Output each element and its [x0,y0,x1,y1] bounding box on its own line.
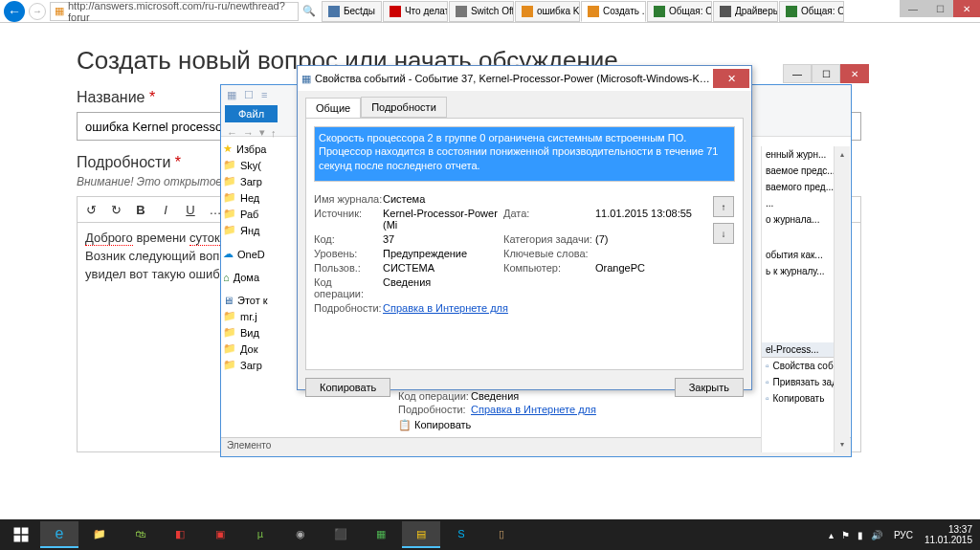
sidebar-item[interactable]: 📁Янд [223,222,284,238]
nav-up-icon[interactable]: ↑ [271,127,277,139]
close-button[interactable]: ✕ [953,0,980,17]
editor-text: суток [189,231,220,246]
back-button[interactable]: ← [4,1,25,22]
task-app5[interactable]: ▯ [482,521,521,548]
ev-close-button[interactable]: ✕ [840,64,869,83]
forward-button[interactable]: → [29,3,46,20]
dialog-titlebar[interactable]: ▦ Свойства событий - Событие 37, Kernel-… [298,66,751,91]
help-link[interactable]: Справка в Интернете для [471,404,596,415]
scrollbar[interactable]: ▴ ▾ [834,146,850,452]
event-message[interactable]: Скорость процессора 2 в группе 0 огранич… [314,126,735,182]
tray-time[interactable]: 13:37 [924,524,972,535]
svg-rect-0 [14,528,21,535]
tab-general[interactable]: Общие [305,98,361,119]
keywords-label: Ключевые слова: [503,248,595,259]
browser-tab[interactable]: Создать ...✕ [581,1,646,22]
browser-tab[interactable]: Что делать ... [383,1,448,22]
bold-button[interactable]: B [129,199,152,220]
task-steam[interactable]: ◉ [281,521,320,548]
tab-details[interactable]: Подробности [361,97,447,118]
scroll-down-icon[interactable]: ▾ [835,436,850,452]
url-field[interactable]: ▦ http://answers.microsoft.com/ru-ru/new… [50,2,299,21]
svg-rect-3 [22,536,29,542]
task-ie[interactable]: e [40,521,78,548]
browser-tab[interactable]: Бесtды [322,1,382,22]
tray-volume-icon[interactable]: 🔊 [871,530,882,540]
task-event-viewer[interactable]: ▤ [402,521,440,548]
browser-tabs: БесtдыЧто делать ...Switch Off с...ошибк… [322,1,844,22]
svg-rect-2 [14,536,21,542]
task-app1[interactable]: ◧ [161,521,199,548]
explorer-statusbar: Элементо [221,437,851,456]
sidebar-favorites[interactable]: Избра [236,143,266,155]
level-label: Уровень: [314,248,383,259]
sidebar-item[interactable]: 📁Раб [223,206,284,222]
category-label: Категория задачи: [503,233,595,245]
tray-date[interactable]: 11.01.2015 [924,535,972,545]
event-viewer-controls: — ☐ ✕ [783,64,977,83]
copy-button[interactable]: Копировать [305,378,390,397]
dialog-tabs: Общие Подробности [305,97,744,118]
source-value: Kernel-Processor-Power (Mi [383,208,503,231]
redo-button[interactable]: ↻ [104,199,127,220]
start-button[interactable] [4,521,38,548]
close-dialog-button[interactable]: Закрыть [675,378,744,397]
maximize-button[interactable]: ☐ [926,0,953,17]
details-label-dlg: Подробности: [314,302,383,314]
search-icon[interactable]: 🔍 [302,5,316,17]
sidebar-item[interactable]: 📁Загр [223,173,284,189]
undo-button[interactable]: ↺ [79,199,102,220]
underline-button[interactable]: U [179,199,202,220]
task-store[interactable]: 🛍 [121,521,159,548]
keywords-value [595,248,735,259]
browser-tab[interactable]: Общая: On... [779,1,844,22]
sidebar-item[interactable]: 📁mr.j [223,308,284,324]
task-app4[interactable]: ▦ [362,521,400,548]
ev-maximize-button[interactable]: ☐ [812,64,840,83]
details-label-bottom: Подробности: [398,404,471,415]
minimize-button[interactable]: — [900,0,926,17]
italic-button[interactable]: I [154,199,177,220]
browser-tab[interactable]: ошибка Ker... [515,1,580,22]
nav-back-icon[interactable]: ← [227,127,237,139]
tray-net-icon[interactable]: ▮ [858,530,863,540]
tray-flag-icon[interactable]: ⚑ [841,530,850,540]
date-label: Дата: [503,208,595,231]
task-torrent[interactable]: µ [241,521,279,548]
sidebar-item[interactable]: 📁Вид [223,324,284,341]
copy-icon[interactable]: 📋 [398,419,412,430]
browser-tab[interactable]: Общая: On... [647,1,712,22]
dialog-close-button[interactable]: ✕ [713,69,749,88]
sidebar-item[interactable]: 📁Нед [223,189,284,206]
file-tab[interactable]: Файл [225,105,278,122]
editor-text: времени [133,231,189,245]
opcode-label-dlg: Код операции: [314,276,383,299]
tray-up-icon[interactable]: ▴ [829,530,834,540]
copy-label[interactable]: Копировать [414,419,471,430]
sidebar-home[interactable]: Дома [234,272,259,283]
task-skype[interactable]: S [442,521,480,548]
scroll-up-icon[interactable]: ▴ [835,146,850,163]
details-link[interactable]: Справка в Интернете для [383,302,735,314]
code-label: Код: [314,233,383,245]
task-app2[interactable]: ▣ [201,521,239,548]
next-event-button[interactable]: ↓ [713,223,734,244]
browser-tab[interactable]: Switch Off с... [449,1,514,22]
computer-value: OrangePC [595,262,735,274]
sidebar-onedrive[interactable]: OneD [237,249,265,260]
sidebar-item[interactable]: 📁Загр [223,357,284,373]
nav-forward-icon[interactable]: → [243,127,254,139]
tray-language[interactable]: РУС [890,530,917,540]
user-label: Пользов.: [314,262,383,274]
sidebar-thispc[interactable]: Этот к [237,295,268,306]
ev-minimize-button[interactable]: — [783,64,812,83]
task-explorer[interactable]: 📁 [80,521,119,548]
browser-tab[interactable]: Драйверы ... [713,1,778,22]
log-name-value: Система [383,193,503,205]
sidebar-item[interactable]: 📁Sky( [223,157,284,173]
task-app3[interactable]: ⬛ [322,521,360,548]
prev-event-button[interactable]: ↑ [713,196,734,217]
ie-address-bar: ← → ▦ http://answers.microsoft.com/ru-ru… [0,0,980,23]
sidebar-item[interactable]: 📁Док [223,341,284,357]
system-tray: ▴ ⚑ ▮ 🔊 РУС 13:37 11.01.2015 [829,524,976,545]
